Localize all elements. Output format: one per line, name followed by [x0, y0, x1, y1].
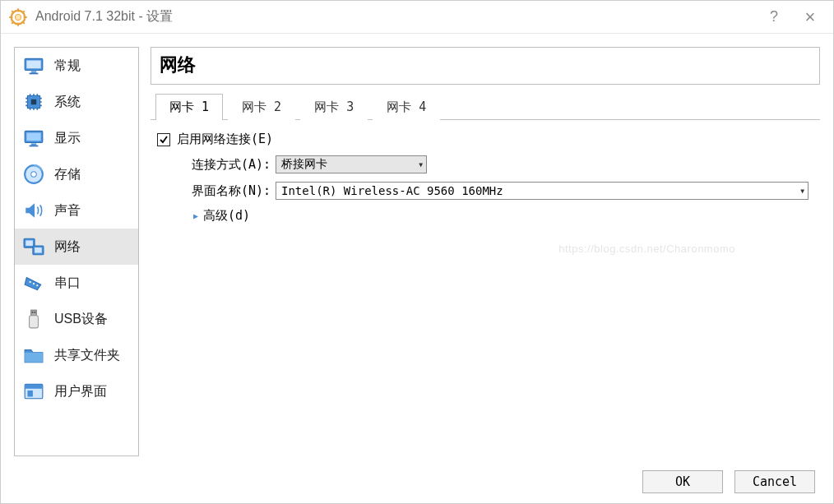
titlebar: Android 7.1 32bit - 设置 ? ×	[1, 1, 833, 34]
sidebar-item-general[interactable]: 常规	[15, 48, 138, 84]
sidebar-item-label: USB设备	[54, 311, 108, 328]
svg-rect-16	[25, 240, 33, 246]
sidebar-item-label: 网络	[54, 238, 81, 256]
svg-point-13	[31, 172, 37, 178]
enable-checkbox[interactable]	[157, 133, 170, 146]
adapter-tabs: 网卡 1 网卡 2 网卡 3 网卡 4	[151, 93, 820, 120]
advanced-row[interactable]: ▶ 高级(d)	[157, 208, 813, 224]
svg-rect-23	[32, 312, 34, 313]
help-button[interactable]: ?	[756, 2, 792, 33]
svg-rect-28	[27, 391, 33, 397]
tab-adapter-3[interactable]: 网卡 3	[300, 94, 368, 120]
svg-rect-25	[25, 353, 43, 363]
svg-rect-24	[35, 312, 36, 313]
usb-icon	[23, 308, 44, 330]
sidebar-item-label: 用户界面	[54, 383, 107, 400]
svg-point-19	[33, 283, 35, 284]
svg-rect-3	[26, 61, 40, 69]
window-icon	[23, 381, 44, 402]
advanced-label: 高级(d)	[203, 208, 250, 224]
iface-value: Intel(R) Wireless-AC 9560 160MHz	[281, 184, 503, 197]
conn-select[interactable]: 桥接网卡 ▼	[276, 155, 427, 173]
sidebar-item-display[interactable]: 显示	[15, 120, 138, 156]
chevron-down-icon: ▼	[419, 161, 423, 169]
sidebar-item-shared[interactable]: 共享文件夹	[15, 337, 138, 373]
serial-icon	[23, 272, 44, 294]
svg-point-20	[36, 284, 38, 286]
svg-point-18	[30, 281, 31, 283]
triangle-right-icon: ▶	[193, 211, 198, 220]
sidebar-item-label: 系统	[54, 94, 81, 111]
form-area: 启用网络连接(E) 连接方式(A): 桥接网卡 ▼ 界面名称(N): Intel…	[151, 120, 820, 238]
iface-select[interactable]: Intel(R) Wireless-AC 9560 160MHz ▼	[276, 182, 809, 200]
svg-rect-17	[35, 247, 42, 253]
svg-rect-7	[31, 99, 37, 105]
sidebar-item-label: 声音	[54, 202, 81, 220]
svg-rect-22	[30, 316, 39, 328]
svg-rect-10	[31, 144, 37, 146]
main-panel: 网络 网卡 1 网卡 2 网卡 3 网卡 4 启用网络连接(E) 连接方式(A)…	[151, 47, 820, 460]
network-icon	[23, 236, 44, 257]
svg-rect-27	[25, 384, 43, 388]
content-area: 常规 系统 显示 存储 声音 网络 串口 USB设备	[1, 34, 833, 460]
sidebar-item-serial[interactable]: 串口	[15, 265, 138, 301]
svg-rect-5	[30, 73, 39, 75]
enable-label: 启用网络连接(E)	[177, 132, 273, 147]
sidebar-item-storage[interactable]: 存储	[15, 156, 138, 192]
disk-icon	[23, 164, 44, 185]
sidebar-item-label: 存储	[54, 166, 81, 183]
display-icon	[23, 127, 44, 149]
sidebar-item-system[interactable]: 系统	[15, 84, 138, 120]
section-title: 网络	[160, 53, 811, 77]
app-icon	[9, 8, 27, 26]
svg-rect-4	[31, 72, 37, 73]
chip-icon	[23, 91, 44, 113]
iface-label: 界面名称(N):	[180, 183, 271, 199]
close-button[interactable]: ×	[792, 2, 828, 33]
sidebar-item-ui[interactable]: 用户界面	[15, 373, 138, 409]
monitor-icon	[23, 55, 44, 76]
tab-adapter-4[interactable]: 网卡 4	[373, 94, 440, 120]
tab-adapter-2[interactable]: 网卡 2	[228, 94, 295, 120]
svg-point-1	[15, 14, 21, 20]
sidebar-item-audio[interactable]: 声音	[15, 192, 138, 229]
svg-rect-9	[26, 133, 40, 141]
folder-icon	[23, 344, 44, 366]
section-title-box: 网络	[151, 47, 820, 85]
speaker-icon	[23, 200, 44, 221]
cancel-button[interactable]: Cancel	[734, 470, 815, 493]
conn-value: 桥接网卡	[281, 157, 327, 172]
ok-button[interactable]: OK	[642, 470, 723, 493]
conn-label: 连接方式(A):	[180, 157, 271, 173]
sidebar-item-usb[interactable]: USB设备	[15, 301, 138, 337]
tab-adapter-1[interactable]: 网卡 1	[155, 94, 223, 120]
chevron-down-icon: ▼	[800, 187, 804, 195]
iface-row: 界面名称(N): Intel(R) Wireless-AC 9560 160MH…	[157, 182, 813, 200]
svg-rect-11	[30, 146, 39, 147]
footer: OK Cancel	[1, 460, 833, 504]
conn-row: 连接方式(A): 桥接网卡 ▼	[157, 155, 813, 173]
sidebar-item-label: 显示	[54, 130, 81, 147]
sidebar-item-label: 共享文件夹	[54, 347, 120, 364]
sidebar-item-label: 串口	[54, 275, 81, 292]
sidebar-item-network[interactable]: 网络	[15, 229, 138, 265]
sidebar: 常规 系统 显示 存储 声音 网络 串口 USB设备	[14, 47, 139, 456]
sidebar-item-label: 常规	[54, 58, 81, 75]
svg-rect-21	[31, 310, 37, 316]
enable-row: 启用网络连接(E)	[157, 132, 813, 147]
window-title: Android 7.1 32bit - 设置	[35, 8, 756, 25]
